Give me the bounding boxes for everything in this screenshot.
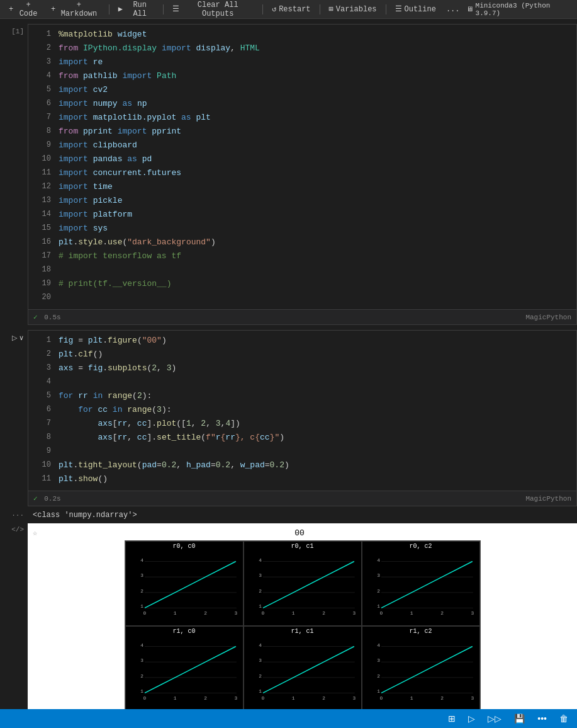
svg-text:2: 2 [377, 673, 380, 679]
subplot-r0c1: r0, c1 1 2 3 4 0 1 2 3 [244, 541, 362, 626]
output-ndarray-text: <class 'numpy.ndarray'> [33, 511, 137, 520]
code-line-1-15: 15 import sys [28, 222, 576, 236]
code-line-2-11: 11 plt.show() [28, 473, 576, 487]
code-line-1-11: 11 import concurrent.futures [28, 167, 576, 181]
svg-text:3: 3 [471, 610, 474, 616]
cell-2-footer: ✓ 0.2s MagicPython [28, 491, 576, 506]
subplot-r1c0-svg: 1 2 3 4 0 1 2 3 [126, 627, 243, 710]
clear-outputs-button[interactable]: ☰ Clear All Outputs [169, 0, 257, 20]
subplot-r0c0-svg: 1 2 3 4 0 1 2 3 [126, 542, 243, 625]
run-all-icon: ▶ [118, 4, 123, 14]
cell-2-language: MagicPython [525, 495, 571, 503]
output-text-container: <class 'numpy.ndarray'> [28, 508, 577, 522]
add-code-button[interactable]: + + Code [5, 0, 45, 20]
svg-text:1: 1 [410, 610, 413, 616]
cell-1-code[interactable]: 1 %matplotlib widget 2 from IPython.disp… [28, 25, 576, 309]
svg-text:4: 4 [377, 642, 380, 648]
svg-text:3: 3 [377, 572, 380, 578]
svg-text:1: 1 [410, 695, 413, 701]
svg-text:1: 1 [259, 603, 262, 609]
cell-1-language: MagicPython [525, 314, 571, 321]
svg-text:0: 0 [143, 695, 146, 701]
bottom-toolbar: ⊞ ▷ ▷▷ 💾 ••• 🗑 [0, 709, 577, 728]
code-line-2-8: 8 axs[rr, cc].set_title(f"r{rr}, c{cc}") [28, 431, 576, 445]
restart-button[interactable]: ↺ Restart [268, 3, 315, 15]
code-line-1-1: 1 %matplotlib widget [28, 28, 576, 42]
cell-1-time: 0.5s [44, 314, 60, 321]
svg-text:4: 4 [259, 642, 262, 648]
svg-text:0: 0 [261, 695, 264, 701]
svg-text:0: 0 [143, 610, 146, 616]
subplot-r0c0: r0, c0 1 2 3 4 0 1 2 3 [125, 541, 244, 626]
run-all-button[interactable]: ▶ Run All [115, 0, 159, 20]
more-button[interactable]: ... [442, 4, 464, 15]
outline-label: Outline [405, 5, 436, 14]
code-line-2-4: 4 [28, 376, 576, 390]
cell-1-body[interactable]: 1 %matplotlib widget 2 from IPython.disp… [28, 24, 577, 325]
code-line-2-9: 9 [28, 445, 576, 459]
code-line-1-13: 13 import pickle [28, 195, 576, 208]
svg-text:0: 0 [379, 610, 383, 616]
sep-2 [163, 4, 164, 14]
code-line-2-5: 5 for rr in range(2): [28, 390, 576, 404]
subplot-r1c2-title: r1, c2 [362, 628, 479, 635]
restart-label: Restart [279, 5, 310, 14]
kernel-icon: 🖥 [466, 5, 473, 13]
code-line-2-3: 3 axs = fig.subplots(2, 3) [28, 362, 576, 376]
cell-2-body[interactable]: 1 fig = plt.figure("00") 2 plt.clf() 3 a… [28, 330, 577, 506]
svg-text:3: 3 [140, 657, 143, 663]
svg-text:2: 2 [440, 695, 444, 701]
svg-text:2: 2 [322, 695, 325, 701]
svg-text:3: 3 [234, 610, 237, 616]
cell-2: ▷ ∨ 1 fig = plt.figure("00") 2 plt.clf()… [0, 330, 577, 506]
code-line-1-12: 12 import time [28, 181, 576, 195]
bottom-more-button[interactable]: ••• [534, 712, 551, 725]
plot-container: ☆ 00 r0, c0 1 2 3 4 [28, 523, 577, 728]
cell-1-gutter: [1] [0, 24, 28, 325]
variables-label: Variables [336, 5, 377, 14]
svg-text:3: 3 [471, 695, 474, 701]
sep-5 [386, 4, 386, 14]
cell-2-code[interactable]: 1 fig = plt.figure("00") 2 plt.clf() 3 a… [28, 331, 576, 491]
subplot-r0c1-title: r0, c1 [244, 543, 361, 550]
cell-2-status: ✓ 0.2s [33, 494, 61, 503]
svg-text:2: 2 [440, 610, 444, 616]
cell-1-footer: ✓ 0.5s MagicPython [28, 309, 576, 324]
svg-text:3: 3 [140, 572, 143, 578]
svg-text:2: 2 [259, 588, 262, 594]
bottom-run-button[interactable]: ▷ [464, 712, 479, 725]
subplot-r1c1: r1, c1 1 2 3 4 0 1 2 3 [244, 626, 362, 711]
bottom-run-all-button[interactable]: ▷▷ [484, 712, 505, 725]
bottom-save-button[interactable]: 💾 [510, 712, 529, 725]
svg-text:1: 1 [140, 603, 143, 609]
variables-button[interactable]: ⊞ Variables [325, 3, 381, 15]
clear-label: Clear All Outputs [182, 1, 254, 18]
restart-icon: ↺ [272, 4, 276, 14]
svg-text:1: 1 [140, 688, 143, 694]
svg-text:4: 4 [140, 642, 143, 648]
svg-text:4: 4 [259, 557, 262, 563]
subplot-r1c0-title: r1, c0 [126, 628, 243, 635]
bottom-delete-button[interactable]: 🗑 [556, 712, 572, 725]
svg-text:2: 2 [140, 673, 143, 679]
svg-text:3: 3 [352, 695, 356, 701]
svg-text:2: 2 [377, 588, 380, 594]
svg-text:2: 2 [204, 610, 207, 616]
output-text-row: ... <class 'numpy.ndarray'> [0, 508, 577, 522]
cell-2-run-button[interactable]: ▷ ∨ [11, 333, 25, 343]
svg-text:1: 1 [291, 695, 294, 701]
outline-button[interactable]: ☰ Outline [391, 3, 440, 15]
add-markdown-label: + Markdown [58, 1, 100, 18]
bottom-grid-button[interactable]: ⊞ [444, 712, 459, 725]
code-line-1-17: 17 # import tensorflow as tf [28, 250, 576, 264]
subplot-r0c2-title: r0, c2 [362, 543, 479, 550]
add-markdown-button[interactable]: + + Markdown [47, 0, 104, 20]
plot-pin-icon: ☆ [33, 528, 37, 538]
svg-text:2: 2 [140, 588, 143, 594]
svg-text:1: 1 [173, 610, 176, 616]
code-line-1-18: 18 [28, 264, 576, 278]
code-line-2-7: 7 axs[rr, cc].plot([1, 2, 3,4]) [28, 418, 576, 431]
svg-text:1: 1 [377, 688, 380, 694]
toolbar-right: 🖥 Miniconda3 (Python 3.9.7) [466, 2, 572, 17]
code-line-1-8: 8 from pprint import pprint [28, 125, 576, 139]
